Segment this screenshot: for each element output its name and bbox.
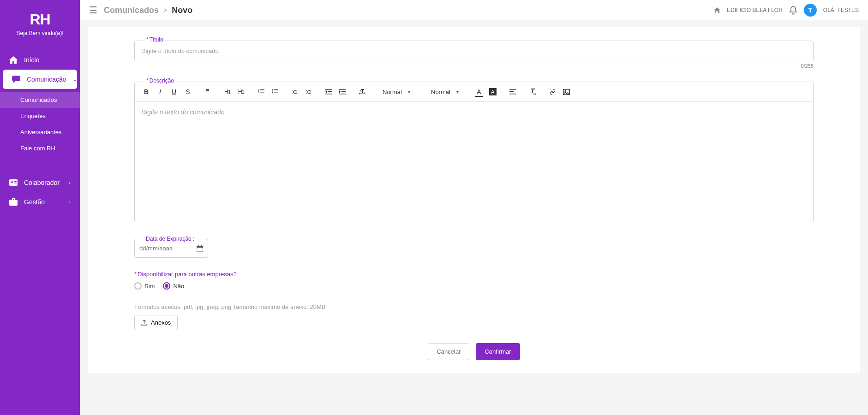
blockquote-button[interactable]: ❞ xyxy=(202,86,214,98)
svg-rect-20 xyxy=(509,89,516,90)
anexos-button[interactable]: Anexos xyxy=(134,315,178,330)
svg-rect-21 xyxy=(509,91,514,92)
nav-label: Colaborador xyxy=(24,179,60,186)
svg-rect-7 xyxy=(260,92,264,93)
titulo-input[interactable] xyxy=(134,41,814,61)
subnav-fale-com-rh[interactable]: Fale com RH xyxy=(0,140,80,156)
avatar[interactable]: T xyxy=(804,4,817,17)
size-select[interactable]: Normal xyxy=(379,88,414,96)
question-label: *Disponibilizar para outras empresas? xyxy=(134,271,814,278)
svg-rect-28 xyxy=(201,245,202,247)
header-select[interactable]: Normal xyxy=(427,88,462,96)
svg-rect-13 xyxy=(328,91,332,92)
cancelar-button[interactable]: Cancelar xyxy=(428,343,469,360)
svg-rect-17 xyxy=(339,94,346,95)
required-mark: * xyxy=(134,271,137,278)
logo: RH xyxy=(0,11,80,28)
svg-point-1 xyxy=(11,181,13,183)
required-mark: * xyxy=(146,77,149,84)
sidebar: RH Seja Bem vindo(a)! Início Comunicação… xyxy=(0,0,80,415)
chevron-down-icon: ⌄ xyxy=(73,77,77,83)
subnav-comunicacao: Comunicados Enquetes Aniversariantes Fal… xyxy=(0,89,80,159)
svg-text:A: A xyxy=(491,89,495,95)
main: ☰ Comunicados > Novo EDIFICIO BELA FLOR … xyxy=(80,0,868,415)
svg-rect-9 xyxy=(274,89,278,90)
align-button[interactable] xyxy=(507,86,519,98)
breadcrumb: Comunicados > Novo xyxy=(104,6,192,15)
topbar-right: EDIFICIO BELA FLOR T OLÁ, TESTES xyxy=(714,4,859,17)
radio-label: Não xyxy=(173,283,184,290)
nav-gestao[interactable]: Gestão › xyxy=(0,192,80,212)
svg-rect-3 xyxy=(14,183,17,184)
editor-toolbar: B I U S ❞ H1 H2 12 xyxy=(135,82,813,102)
data-expiracao-label: Data de Expiração : xyxy=(144,236,196,242)
id-card-icon xyxy=(9,179,18,186)
svg-rect-12 xyxy=(325,89,332,90)
titulo-counter: 0/255 xyxy=(134,63,814,69)
form-card: *Título 0/255 *Descrição B I U S ❞ xyxy=(88,27,860,373)
chevron-right-icon: › xyxy=(69,199,71,205)
svg-rect-27 xyxy=(198,245,199,247)
radio-group: Sim Não xyxy=(134,282,814,290)
radio-circle xyxy=(134,282,142,290)
breadcrumb-parent[interactable]: Comunicados xyxy=(104,6,159,15)
required-mark: * xyxy=(146,36,149,43)
subnav-aniversariantes[interactable]: Aniversariantes xyxy=(0,124,80,140)
bold-button[interactable]: B xyxy=(140,86,152,98)
svg-rect-2 xyxy=(14,181,17,182)
rich-text-editor: B I U S ❞ H1 H2 12 xyxy=(134,82,814,222)
calendar-icon[interactable] xyxy=(197,245,203,252)
text-direction-button[interactable] xyxy=(356,86,368,98)
descricao-field: *Descrição B I U S ❞ H1 H2 xyxy=(134,82,814,222)
building-name: EDIFICIO BELA FLOR xyxy=(727,7,783,13)
radio-label: Sim xyxy=(144,283,155,290)
svg-rect-22 xyxy=(509,94,516,95)
svg-rect-15 xyxy=(339,89,346,90)
confirmar-button[interactable]: Confirmar xyxy=(476,343,520,360)
h2-button[interactable]: H2 xyxy=(235,86,247,98)
image-button[interactable] xyxy=(560,86,572,98)
editor-body[interactable]: Digite o texto do comunicado xyxy=(135,102,813,222)
svg-point-10 xyxy=(272,92,273,93)
svg-rect-26 xyxy=(197,246,203,248)
chevron-right-icon: › xyxy=(69,180,71,185)
subscript-button[interactable]: x2 xyxy=(289,86,301,98)
hamburger-icon[interactable]: ☰ xyxy=(89,5,97,16)
unordered-list-button[interactable] xyxy=(269,86,281,98)
radio-nao[interactable]: Não xyxy=(163,282,184,290)
building-home-icon xyxy=(714,7,720,13)
breadcrumb-current: Novo xyxy=(172,6,192,15)
ordered-list-button[interactable]: 12 xyxy=(255,86,267,98)
text-color-button[interactable]: A xyxy=(473,86,485,98)
bell-icon[interactable] xyxy=(789,6,797,15)
subnav-enquetes[interactable]: Enquetes xyxy=(0,108,80,124)
breadcrumb-sep: > xyxy=(163,6,167,14)
nav-label: Gestão xyxy=(24,198,45,206)
titulo-label: *Título xyxy=(144,36,165,43)
superscript-button[interactable]: x2 xyxy=(303,86,315,98)
greeting: OLÁ, TESTES xyxy=(823,7,859,13)
svg-rect-5 xyxy=(260,89,264,90)
svg-rect-14 xyxy=(325,94,332,95)
nav-comunicacao[interactable]: Comunicação ⌄ xyxy=(3,70,77,89)
link-button[interactable] xyxy=(546,86,558,98)
form-actions: Cancelar Confirmar xyxy=(134,343,814,360)
strike-button[interactable]: S xyxy=(182,86,194,98)
nav-inicio[interactable]: Início xyxy=(0,50,80,70)
nav-colaborador[interactable]: Colaborador › xyxy=(0,173,80,192)
data-expiracao-input[interactable] xyxy=(139,245,186,252)
briefcase-icon xyxy=(9,198,18,206)
radio-sim[interactable]: Sim xyxy=(134,282,155,290)
h1-button[interactable]: H1 xyxy=(221,86,233,98)
underline-button[interactable]: U xyxy=(168,86,180,98)
chat-icon xyxy=(12,76,20,83)
indent-button[interactable] xyxy=(336,86,348,98)
outdent-button[interactable] xyxy=(323,86,335,98)
data-expiracao-field: Data de Expiração : xyxy=(134,239,208,258)
italic-button[interactable]: I xyxy=(154,86,166,98)
clear-format-button[interactable] xyxy=(527,86,539,98)
background-color-button[interactable]: A xyxy=(487,86,499,98)
subnav-comunicados[interactable]: Comunicados xyxy=(0,92,80,108)
upload-icon xyxy=(141,320,147,326)
nav-label: Início xyxy=(24,56,39,64)
